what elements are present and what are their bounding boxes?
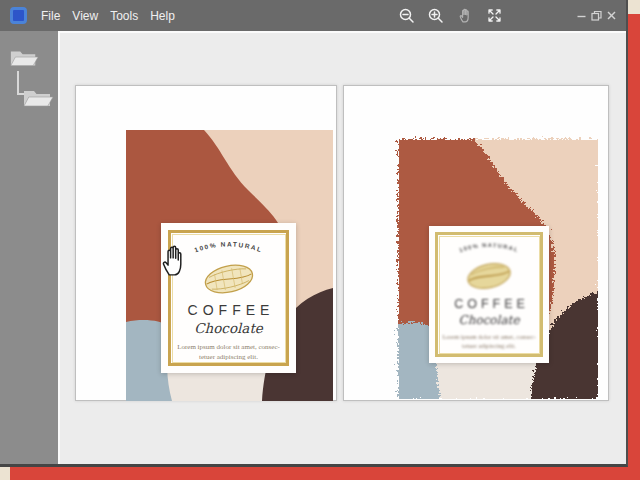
label-content-pixelated: 100% NATURAL COFFEE Chocolate xyxy=(439,236,539,353)
window-controls xyxy=(575,9,618,22)
screen: File View Tools Help xyxy=(0,0,640,480)
open-folder-icon xyxy=(9,47,39,69)
arc-tagline: 100% NATURAL xyxy=(172,235,285,259)
open-file-button[interactable] xyxy=(9,47,39,73)
coffee-bean-icon xyxy=(463,258,515,294)
menu-bar: File View Tools Help xyxy=(36,7,180,25)
hand-cursor xyxy=(160,243,188,277)
hand-tool-icon[interactable] xyxy=(456,7,474,25)
sidebar xyxy=(0,31,58,464)
restore-button[interactable] xyxy=(590,9,603,22)
label-body-line1: Lorem ipsum dolor sit amet, consec- xyxy=(439,333,539,342)
label-card-pixelated: 100% NATURAL COFFEE Chocolate xyxy=(429,226,549,363)
label-body-line2: tetuer adipiscing elit. xyxy=(439,342,539,351)
label-title: COFFEE xyxy=(172,302,285,318)
open-subfolder-icon xyxy=(22,86,54,110)
menu-help[interactable]: Help xyxy=(145,7,180,25)
label-body-line2: tetuer adipiscing elit. xyxy=(172,353,285,362)
menu-file[interactable]: File xyxy=(36,7,65,25)
app-logo-icon xyxy=(10,7,27,24)
label-body: Lorem ipsum dolor sit amet, consec- tetu… xyxy=(172,343,285,362)
svg-text:100% NATURAL: 100% NATURAL xyxy=(458,242,519,253)
app-window: File View Tools Help xyxy=(0,0,628,467)
menu-tools[interactable]: Tools xyxy=(105,7,143,25)
label-subtitle: Chocolate xyxy=(439,313,539,327)
title-bar: File View Tools Help xyxy=(0,0,626,31)
label-body-line1: Lorem ipsum dolor sit amet, consec- xyxy=(172,343,285,353)
page-original[interactable]: 100% NATURAL COFFEE xyxy=(75,85,337,401)
menu-view[interactable]: View xyxy=(67,7,103,25)
label-subtitle: Chocolate xyxy=(172,320,285,336)
coffee-bean-icon xyxy=(200,259,258,299)
zoom-in-icon[interactable] xyxy=(427,7,445,25)
fullscreen-icon[interactable] xyxy=(485,7,503,25)
label-title: COFFEE xyxy=(439,297,539,311)
open-folder-tree-button[interactable] xyxy=(22,86,54,114)
arc-tagline: 100% NATURAL xyxy=(439,237,539,258)
label-body: Lorem ipsum dolor sit amet, consec- tetu… xyxy=(439,333,539,351)
label-content: 100% NATURAL COFFEE xyxy=(172,234,285,362)
document-viewport[interactable]: 100% NATURAL COFFEE xyxy=(58,31,626,464)
zoom-out-icon[interactable] xyxy=(398,7,416,25)
svg-text:100% NATURAL: 100% NATURAL xyxy=(193,241,263,254)
page-compressed[interactable]: 100% NATURAL COFFEE Chocolate xyxy=(343,85,609,401)
close-button[interactable] xyxy=(605,9,618,22)
minimize-button[interactable] xyxy=(575,9,588,22)
toolbar xyxy=(398,0,503,31)
